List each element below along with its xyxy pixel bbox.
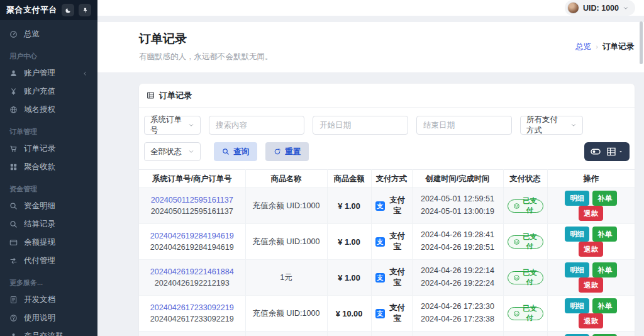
- col-amount: 商品金额: [327, 170, 371, 188]
- sidebar-item-dev-docs[interactable]: 开发文档: [0, 291, 97, 309]
- alipay-icon: 支: [375, 273, 385, 283]
- sidebar-item-account-manage[interactable]: 账户管理: [0, 64, 97, 82]
- refund-button[interactable]: 退款: [579, 206, 603, 221]
- table-header-row: 系统订单号/商户订单号 商品名称 商品金额 支付方式 创建时间/完成时间 支付状…: [139, 170, 635, 188]
- refund-button[interactable]: 退款: [579, 313, 603, 328]
- col-pay-method: 支付方式: [371, 170, 412, 188]
- end-date-input[interactable]: [416, 116, 512, 135]
- chevron-down-icon: [570, 122, 577, 128]
- dark-mode-button[interactable]: [62, 4, 74, 16]
- order-times: 2024-04-26 19:22:142024-04-26 19:22:24: [412, 260, 503, 296]
- col-times: 创建时间/完成时间: [412, 170, 503, 188]
- product-amount: ¥ 1.00: [327, 260, 371, 296]
- sidebar-item-order-records[interactable]: 订单记录: [0, 140, 97, 158]
- system-order-link[interactable]: 2024042619221461884: [143, 266, 242, 277]
- detail-button[interactable]: 明细: [565, 191, 589, 206]
- product-name: 充值余额 UID:1000: [245, 188, 327, 224]
- query-button[interactable]: 查询: [214, 142, 257, 161]
- sidebar-item-account-recharge[interactable]: 账户充值: [0, 82, 97, 101]
- product-name: 充值余额 UID:1000: [245, 296, 327, 332]
- sidebar-item-settlement-records[interactable]: 结算记录: [0, 215, 97, 233]
- main-area: UID: 1000 订单记录 有幽默感的人，永远都不会默默无闻。 总览 › 订单…: [97, 0, 644, 336]
- sidebar-item-label: 结算记录: [24, 219, 55, 230]
- sidebar-item-usage-guide[interactable]: 使用说明: [0, 309, 97, 327]
- sidebar-section-label: 资金管理: [0, 176, 97, 197]
- card-icon: [9, 238, 18, 247]
- sidebar-item-product-group[interactable]: 产品交流群: [0, 327, 97, 336]
- col-status: 支付状态: [503, 170, 547, 188]
- app-title: 聚合支付平台: [6, 4, 57, 16]
- reorder-button[interactable]: 补单: [592, 298, 617, 313]
- system-order-link[interactable]: 2024050112595161137: [143, 194, 242, 206]
- reset-button[interactable]: 重置: [265, 142, 309, 161]
- scrollbar-thumb[interactable]: [640, 21, 643, 64]
- cart-icon: [9, 145, 18, 153]
- sidebar-item-payout-manage[interactable]: 代付管理: [0, 252, 97, 270]
- dashboard-icon: [9, 30, 18, 38]
- pay-method-select[interactable]: 所有支付方式: [520, 116, 583, 135]
- visibility-toggle-button[interactable]: [591, 147, 601, 157]
- detail-button[interactable]: 明细: [565, 227, 589, 242]
- breadcrumb-current: 订单记录: [602, 42, 634, 52]
- product-amount: ¥ 1.00: [327, 188, 371, 224]
- columns-button[interactable]: [606, 147, 623, 157]
- row-actions: 明细补单退款: [547, 224, 635, 260]
- alipay-icon: 支: [375, 201, 385, 211]
- status-select[interactable]: 全部状态: [144, 142, 201, 161]
- merchant-order-no: 20240426192212193: [155, 279, 230, 288]
- start-date-input[interactable]: [313, 116, 408, 135]
- sidebar-item-label: 使用说明: [24, 313, 55, 323]
- sidebar-item-label: 开发文档: [24, 294, 55, 305]
- col-actions: 操作: [547, 170, 635, 188]
- sidebar-item-label: 代付管理: [24, 255, 55, 266]
- sidebar-item-overview[interactable]: 总览: [0, 25, 97, 43]
- sidebar-item-label: 域名授权: [24, 104, 55, 115]
- status-badge: 已支付: [508, 235, 543, 249]
- order-records-card: 订单记录 系统订单号 所有支付方式 全部状态: [139, 84, 635, 336]
- sidebar-section-label: 订单管理: [0, 119, 97, 140]
- order-times: 2024-04-26 19:28:412024-04-26 19:28:51: [412, 224, 503, 260]
- product-amount: ¥ 1.00: [327, 332, 371, 336]
- system-order-link[interactable]: 2024042619284194619: [143, 230, 242, 242]
- chevron-down-icon: [188, 122, 194, 128]
- status-badge: 已支付: [508, 307, 543, 320]
- group-icon: [9, 332, 18, 336]
- sidebar-item-label: 订单记录: [24, 143, 55, 154]
- pay-method: 支支付宝: [375, 195, 408, 216]
- chevron-down-icon: [623, 5, 629, 11]
- sidebar-item-label: 账户充值: [24, 86, 55, 97]
- page-header: 订单记录 有幽默感的人，永远都不会默默无闻。 总览 › 订单记录: [97, 22, 644, 72]
- refund-button[interactable]: 退款: [579, 242, 603, 257]
- pay-method: 支支付宝: [375, 231, 408, 252]
- reorder-button[interactable]: 补单: [592, 191, 617, 206]
- order-type-select[interactable]: 系统订单号: [144, 116, 201, 135]
- breadcrumb-home[interactable]: 总览: [575, 42, 591, 52]
- detail-button[interactable]: 明细: [565, 298, 589, 313]
- sidebar-item-domain-auth[interactable]: 域名授权: [0, 101, 97, 119]
- reorder-button[interactable]: 补单: [592, 262, 617, 277]
- merchant-order-no: 2024042619284194619: [150, 243, 234, 252]
- row-actions: 明细补单退款: [547, 296, 635, 332]
- sidebar-item-label: 账户管理: [24, 68, 55, 79]
- detail-button[interactable]: 明细: [565, 262, 589, 277]
- smile-icon: [513, 203, 520, 210]
- sidebar-item-fund-details[interactable]: 资金明细: [0, 197, 97, 215]
- search-input[interactable]: [209, 116, 304, 135]
- pin-button[interactable]: [79, 4, 91, 16]
- col-product-name: 商品名称: [245, 170, 327, 188]
- refund-button[interactable]: 退款: [579, 277, 603, 293]
- table-row: 2024042619221461884202404261922121931元¥ …: [139, 260, 635, 296]
- smile-icon: [513, 238, 520, 245]
- sidebar-item-balance-withdraw[interactable]: 余额提现: [0, 233, 97, 252]
- sidebar-item-aggregate-collect[interactable]: 聚合收款: [0, 158, 97, 176]
- sidebar-item-label: 总览: [24, 29, 40, 40]
- system-order-link[interactable]: 2024042617233092219: [143, 302, 242, 313]
- alipay-icon: 支: [375, 237, 385, 247]
- order-times: 2024-04-26 17:07:432024-04-26 17:08:09: [412, 332, 503, 336]
- list-icon: [147, 91, 155, 99]
- table-tools: [584, 142, 630, 161]
- search-icon: [222, 148, 230, 155]
- user-menu[interactable]: UID: 1000: [565, 0, 635, 16]
- breadcrumb: 总览 › 订单记录: [575, 42, 634, 52]
- reorder-button[interactable]: 补单: [592, 227, 617, 242]
